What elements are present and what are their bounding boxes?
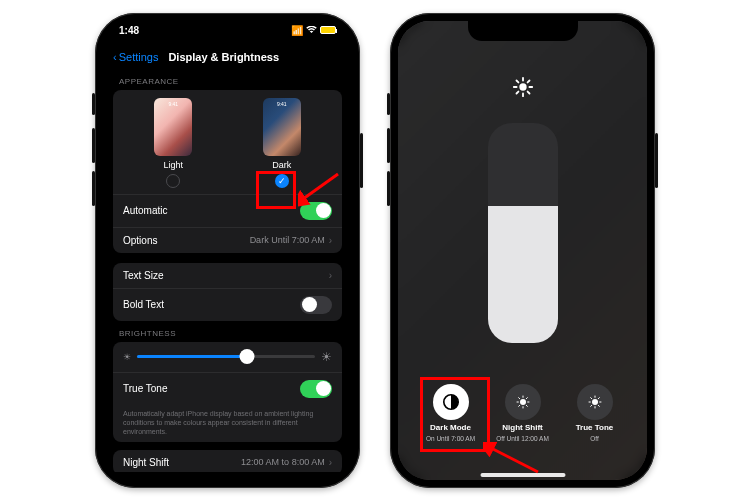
notch bbox=[468, 21, 578, 41]
options-value: Dark Until 7:00 AM bbox=[250, 235, 325, 245]
sun-large-icon: ☀︎ bbox=[321, 350, 332, 364]
brightness-icon bbox=[512, 76, 534, 98]
control-center-screen: Dark Mode On Until 7:00 AM Night Shift O… bbox=[398, 21, 647, 480]
svg-line-18 bbox=[518, 405, 519, 406]
night-shift-button[interactable]: Night Shift Off Until 12:00 AM bbox=[493, 384, 553, 442]
options-label: Options bbox=[123, 235, 157, 246]
brightness-bar[interactable] bbox=[488, 123, 558, 343]
phone-control-center: Dark Mode On Until 7:00 AM Night Shift O… bbox=[390, 13, 655, 488]
svg-line-29 bbox=[491, 448, 538, 472]
svg-line-9 bbox=[527, 80, 529, 82]
night-shift-row[interactable]: Night Shift 12:00 AM to 8:00 AM › bbox=[113, 450, 342, 472]
text-size-row[interactable]: Text Size › bbox=[113, 263, 342, 288]
signal-icon: 📶 bbox=[291, 25, 303, 36]
brightness-slider[interactable] bbox=[137, 355, 315, 358]
svg-point-1 bbox=[519, 83, 526, 90]
wifi-icon bbox=[306, 26, 317, 34]
annotation-arrow-cc bbox=[483, 442, 543, 477]
chevron-right-icon: › bbox=[329, 235, 332, 246]
chevron-right-icon: › bbox=[329, 457, 332, 468]
bold-text-label: Bold Text bbox=[123, 299, 164, 310]
notch bbox=[173, 21, 283, 41]
mute-switch[interactable] bbox=[387, 93, 390, 115]
true-tone-sub: Off bbox=[590, 435, 599, 442]
light-label: Light bbox=[163, 160, 183, 170]
settings-screen: 1:48 📶 ‹ Settings Display & Brightness A… bbox=[103, 21, 352, 480]
true-tone-footer: Automatically adapt iPhone display based… bbox=[113, 405, 342, 442]
brightness-slider-row[interactable]: ☀︎ ☀︎ bbox=[113, 342, 342, 372]
brightness-card: ☀︎ ☀︎ True Tone Automatically adapt iPho… bbox=[113, 342, 342, 442]
radio-light[interactable] bbox=[166, 174, 180, 188]
appearance-header: APPEARANCE bbox=[119, 77, 342, 86]
brightness-fill bbox=[488, 206, 558, 342]
status-time: 1:48 bbox=[119, 25, 139, 36]
chevron-right-icon: › bbox=[329, 270, 332, 281]
volume-down[interactable] bbox=[387, 171, 390, 206]
cc-true-tone-button[interactable]: True Tone Off bbox=[565, 384, 625, 442]
night-shift-sub: Off Until 12:00 AM bbox=[496, 435, 549, 442]
svg-line-0 bbox=[303, 174, 338, 199]
mode-light[interactable]: Light bbox=[154, 98, 192, 188]
svg-line-8 bbox=[516, 91, 518, 93]
night-shift-card: Night Shift 12:00 AM to 8:00 AM › bbox=[113, 450, 342, 472]
power-button[interactable] bbox=[655, 133, 658, 188]
battery-icon bbox=[320, 26, 336, 34]
options-row[interactable]: Options Dark Until 7:00 AM › bbox=[113, 227, 342, 253]
volume-up[interactable] bbox=[387, 128, 390, 163]
bold-text-toggle[interactable] bbox=[300, 296, 332, 314]
volume-up[interactable] bbox=[92, 128, 95, 163]
power-button[interactable] bbox=[360, 133, 363, 188]
chevron-left-icon: ‹ bbox=[113, 51, 117, 63]
volume-down[interactable] bbox=[92, 171, 95, 206]
true-tone-label: True Tone bbox=[576, 423, 614, 432]
dark-label: Dark bbox=[272, 160, 291, 170]
back-button[interactable]: ‹ Settings bbox=[113, 51, 158, 63]
bold-text-row[interactable]: Bold Text bbox=[113, 288, 342, 321]
svg-line-7 bbox=[527, 91, 529, 93]
svg-line-28 bbox=[598, 397, 599, 398]
svg-point-20 bbox=[592, 399, 598, 405]
svg-line-16 bbox=[518, 397, 519, 398]
svg-line-27 bbox=[590, 405, 591, 406]
page-title: Display & Brightness bbox=[168, 51, 279, 63]
true-tone-row[interactable]: True Tone bbox=[113, 372, 342, 405]
svg-line-26 bbox=[598, 405, 599, 406]
automatic-label: Automatic bbox=[123, 205, 167, 216]
true-tone-label: True Tone bbox=[123, 383, 167, 394]
back-label: Settings bbox=[119, 51, 159, 63]
status-right: 📶 bbox=[291, 25, 336, 36]
sun-small-icon: ☀︎ bbox=[123, 352, 131, 362]
svg-line-17 bbox=[526, 405, 527, 406]
svg-point-11 bbox=[520, 399, 526, 405]
svg-line-25 bbox=[590, 397, 591, 398]
night-shift-icon bbox=[505, 384, 541, 420]
night-shift-value: 12:00 AM to 8:00 AM bbox=[241, 457, 325, 467]
text-size-label: Text Size bbox=[123, 270, 164, 281]
brightness-header: BRIGHTNESS bbox=[119, 329, 342, 338]
true-tone-toggle[interactable] bbox=[300, 380, 332, 398]
night-shift-label: Night Shift bbox=[123, 457, 169, 468]
dark-preview bbox=[263, 98, 301, 156]
annotation-box-dark bbox=[256, 171, 296, 209]
svg-line-6 bbox=[516, 80, 518, 82]
light-preview bbox=[154, 98, 192, 156]
mute-switch[interactable] bbox=[92, 93, 95, 115]
annotation-box-cc bbox=[420, 377, 490, 452]
night-shift-label: Night Shift bbox=[502, 423, 542, 432]
phone-settings: 1:48 📶 ‹ Settings Display & Brightness A… bbox=[95, 13, 360, 488]
annotation-arrow bbox=[298, 169, 343, 209]
true-tone-icon bbox=[577, 384, 613, 420]
text-card: Text Size › Bold Text bbox=[113, 263, 342, 321]
nav-bar: ‹ Settings Display & Brightness bbox=[113, 49, 342, 69]
settings-content: ‹ Settings Display & Brightness APPEARAN… bbox=[103, 49, 352, 472]
svg-line-19 bbox=[526, 397, 527, 398]
